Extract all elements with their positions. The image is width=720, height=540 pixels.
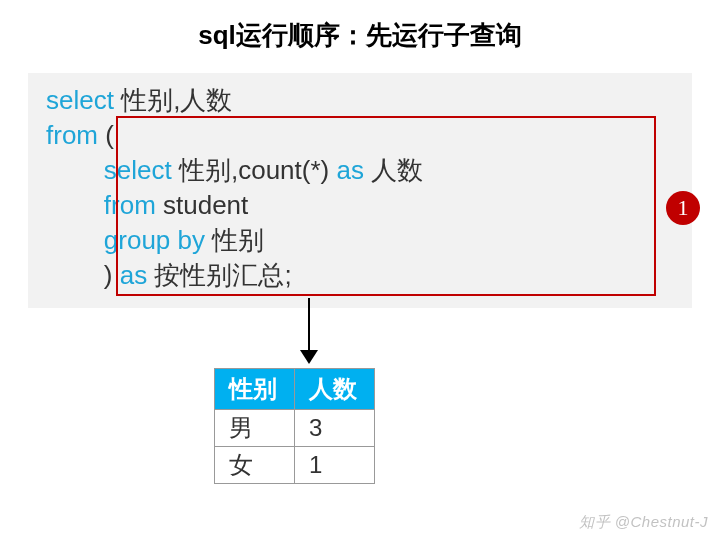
code-line-1: select 性别,人数: [46, 83, 674, 118]
table-header-row: 性别 人数: [215, 369, 375, 410]
arrow-line: [308, 298, 310, 354]
cell: 3: [295, 410, 375, 447]
table-row: 女 1: [215, 447, 375, 484]
result-table: 性别 人数 男 3 女 1: [214, 368, 375, 484]
col-header-count: 人数: [295, 369, 375, 410]
table-row: 男 3: [215, 410, 375, 447]
watermark-text: 知乎 @Chestnut-J: [579, 513, 708, 532]
cell: 男: [215, 410, 295, 447]
indent: [46, 155, 104, 185]
cell: 1: [295, 447, 375, 484]
kw-select: select: [46, 85, 114, 115]
indent: [46, 190, 104, 220]
col-header-gender: 性别: [215, 369, 295, 410]
indent: [46, 260, 104, 290]
sql-code-block: select 性别,人数 from ( select 性别,count(*) a…: [28, 73, 692, 308]
arrow-head-icon: [300, 350, 318, 364]
txt: 性别,人数: [114, 85, 232, 115]
txt: (: [98, 120, 114, 150]
subquery-highlight-box: [116, 116, 656, 296]
step-badge-1: 1: [666, 191, 700, 225]
indent: [46, 225, 104, 255]
slide-title: sql运行顺序：先运行子查询: [0, 0, 720, 65]
cell: 女: [215, 447, 295, 484]
kw-from: from: [46, 120, 98, 150]
